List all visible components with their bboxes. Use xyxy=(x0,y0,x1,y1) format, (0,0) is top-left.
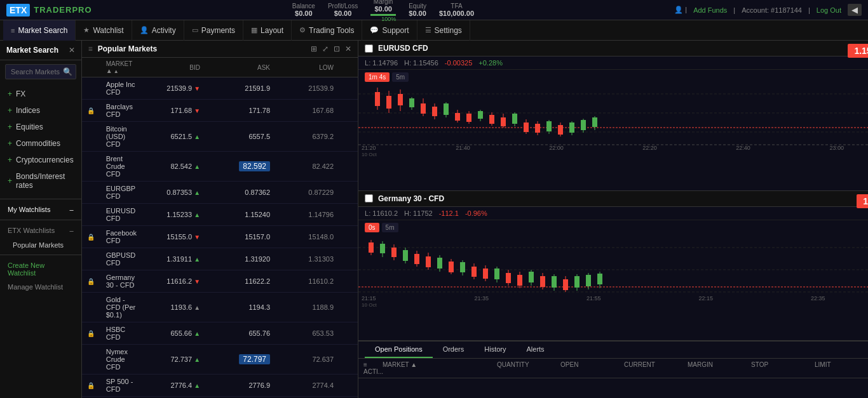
nav-trading-tools[interactable]: ⚙ Trading Tools xyxy=(292,20,362,41)
expand-icon: + xyxy=(8,176,12,185)
sidebar-close-button[interactable]: ✕ xyxy=(69,46,75,55)
nav-market-search[interactable]: ≡ Market Search xyxy=(3,20,76,41)
nav-support[interactable]: 💬 Support xyxy=(362,20,417,41)
svg-rect-69 xyxy=(426,256,431,267)
nav-watchlist[interactable]: ★ Watchlist xyxy=(76,20,132,41)
svg-rect-19 xyxy=(421,103,426,114)
sidebar-item-equities[interactable]: + Equities xyxy=(0,119,81,135)
market-row[interactable]: Apple Inc CFD 21539.9 ▼ 21591.9 21539.9 xyxy=(82,77,358,100)
eurusd-h-price: H: 1.15456 xyxy=(404,59,438,67)
bid-value: 11616.2 ▼ xyxy=(137,277,200,285)
equity-stat: Equity $0.00 xyxy=(409,3,426,17)
market-row[interactable]: Bitcoin (USD) CFD 6521.5 ▲ 6557.5 6379.2 xyxy=(82,122,358,152)
market-row[interactable]: Brent Crude CFD 82.542 ▲ 82.592 82.422 xyxy=(82,152,358,182)
market-name: Germany 30 - CFD xyxy=(106,274,137,289)
popout-icon[interactable]: ⊡ xyxy=(334,44,340,53)
svg-rect-77 xyxy=(471,267,477,277)
svg-rect-93 xyxy=(563,279,568,290)
market-name: HSBC CFD xyxy=(106,326,137,341)
germany30-chart-checkbox[interactable] xyxy=(365,194,373,202)
sidebar-divider3 xyxy=(0,255,81,255)
svg-rect-21 xyxy=(432,107,437,116)
svg-rect-75 xyxy=(460,262,465,272)
tab-orders[interactable]: Orders xyxy=(433,342,475,358)
grid-icon[interactable]: ⊞ xyxy=(311,44,317,53)
tab-alerts[interactable]: Alerts xyxy=(517,342,555,358)
sidebar-item-cryptocurrencies[interactable]: + Cryptocurrencies xyxy=(0,152,81,168)
sidebar-item-commodities[interactable]: + Commodities xyxy=(0,135,81,152)
eurusd-bid-ask: 1.15233 ▼ 0.7 1.15240 xyxy=(848,44,868,58)
ask-value: 15157.0 xyxy=(245,233,270,241)
sidebar-item-bonds[interactable]: + Bonds/Interest rates xyxy=(0,168,81,194)
eurusd-l-price: L: 1.14796 xyxy=(365,59,398,67)
tf-1m4s[interactable]: 1m 4s xyxy=(365,72,390,82)
market-row[interactable]: 🔒 Barclays CFD 171.68 ▼ 171.78 167.68 xyxy=(82,100,358,122)
back-button[interactable]: ◀ xyxy=(848,4,862,16)
nav-settings[interactable]: ☰ Settings xyxy=(417,20,470,41)
ask-value: 82.592 xyxy=(239,161,270,171)
svg-rect-15 xyxy=(398,94,403,105)
germany30-l-price: L: 11610.2 xyxy=(365,209,398,217)
bid-value: 0.87353 ▲ xyxy=(137,189,200,196)
bid-value: 15155.0 ▼ xyxy=(137,233,200,241)
positions-table-header: ≡ MARKET ▲ QUANTITY OPEN CURRENT MARGIN … xyxy=(358,359,868,378)
sidebar-divider xyxy=(0,199,81,199)
tf-5m[interactable]: 5m xyxy=(392,72,409,82)
svg-rect-61 xyxy=(380,244,385,253)
svg-rect-47 xyxy=(581,120,586,130)
market-row[interactable]: EURUSD CFD 1.15233 ▲ 1.15240 1.14796 xyxy=(82,204,358,226)
logo-icon: ETX xyxy=(6,4,30,17)
market-col-header[interactable]: MARKET ▲ xyxy=(106,60,137,74)
svg-rect-99 xyxy=(597,274,602,284)
market-row[interactable]: Nymex Crude CFD 72.737 ▲ 72.797 72.637 xyxy=(82,345,358,375)
sidebar-item-fx[interactable]: + FX xyxy=(0,86,81,102)
ask-value: 11622.2 xyxy=(245,277,270,285)
nav-payments[interactable]: ▭ Payments xyxy=(184,20,243,41)
tf-5m-2[interactable]: 5m xyxy=(382,223,398,232)
market-row[interactable]: Gold - CFD (Per $0.1) 1193.6 ▲ 1194.3 11… xyxy=(82,293,358,322)
tab-open-positions[interactable]: Open Positions xyxy=(365,342,433,358)
market-name: Barclays CFD xyxy=(106,103,137,118)
germany30-x-axis: 21:1510 Oct 21:35 21:55 22:15 22:35 22:5… xyxy=(358,295,868,308)
sidebar-item-indices[interactable]: + Indices xyxy=(0,102,81,119)
tf-0s[interactable]: 0s xyxy=(365,223,379,232)
log-out-link[interactable]: Log Out xyxy=(817,6,841,14)
nav-activity[interactable]: 👤 Activity xyxy=(132,20,184,41)
eurusd-chart-checkbox[interactable] xyxy=(365,44,373,53)
svg-rect-95 xyxy=(574,276,580,288)
svg-rect-43 xyxy=(558,125,563,135)
bid-value: 2776.4 ▲ xyxy=(137,381,200,389)
market-row[interactable]: 🔒 Germany 30 - CFD 11616.2 ▼ 11622.2 116… xyxy=(82,270,358,293)
market-row[interactable]: EURGBP CFD 0.87353 ▲ 0.87362 0.87229 xyxy=(82,182,358,204)
market-row[interactable]: 🔒 Facebook CFD 15155.0 ▼ 15157.0 15148.0 xyxy=(82,226,358,248)
nav-layout[interactable]: ▦ Layout xyxy=(243,20,292,41)
logo: ETX TRADERPRO xyxy=(6,4,92,17)
bid-value: 171.68 ▼ xyxy=(137,107,200,114)
market-name: Bitcoin (USD) CFD xyxy=(106,125,137,148)
header-actions: 👤 | Add Funds | Account: #1187144 | Log … xyxy=(674,4,862,16)
svg-rect-33 xyxy=(501,117,506,126)
create-watchlist-button[interactable]: Create New Watchlist xyxy=(0,258,81,281)
user-icon: 👤 | xyxy=(674,6,687,14)
eurusd-chart-panel: EURUSD CFD 📊 🔔 ℹ ··· ⤢ ⊡ ✕ L: 1.14796 H:… xyxy=(358,41,868,191)
tab-history[interactable]: History xyxy=(474,342,516,358)
manage-watchlist-button[interactable]: Manage Watchlist xyxy=(0,281,81,293)
minus-icon2: – xyxy=(70,227,74,234)
market-categories: + FX + Indices + Equities + Commodities … xyxy=(0,83,81,196)
market-row[interactable]: GBPUSD CFD 1.31911 ▲ 1.31920 1.31303 xyxy=(82,248,358,270)
etx-watchlists-header[interactable]: ETX Watchlists – xyxy=(0,223,81,238)
close-markets-button[interactable]: ✕ xyxy=(345,44,351,53)
popular-markets-item[interactable]: Popular Markets xyxy=(0,238,81,252)
add-funds-link[interactable]: Add Funds xyxy=(693,6,727,14)
person-icon: 👤 xyxy=(140,26,149,34)
lock-icon: 🔒 xyxy=(87,107,95,114)
my-watchlists-header[interactable]: My Watchlists – xyxy=(0,202,81,217)
sidebar-divider2 xyxy=(0,220,81,220)
low-value: 11610.2 xyxy=(270,277,334,285)
ask-col-header: ASK xyxy=(200,64,270,71)
expand-icon[interactable]: ⤢ xyxy=(322,44,329,53)
germany30-bid-value: 11616.2 xyxy=(857,194,868,208)
eurusd-x-axis: 21:2010 Oct 21:40 22:00 22:20 22:40 23:0… xyxy=(358,145,868,157)
market-row[interactable]: 🔒 SP 500 - CFD 2776.4 ▲ 2776.9 2774.4 xyxy=(82,375,358,397)
market-row[interactable]: 🔒 HSBC CFD 655.66 ▲ 655.76 653.53 xyxy=(82,322,358,345)
